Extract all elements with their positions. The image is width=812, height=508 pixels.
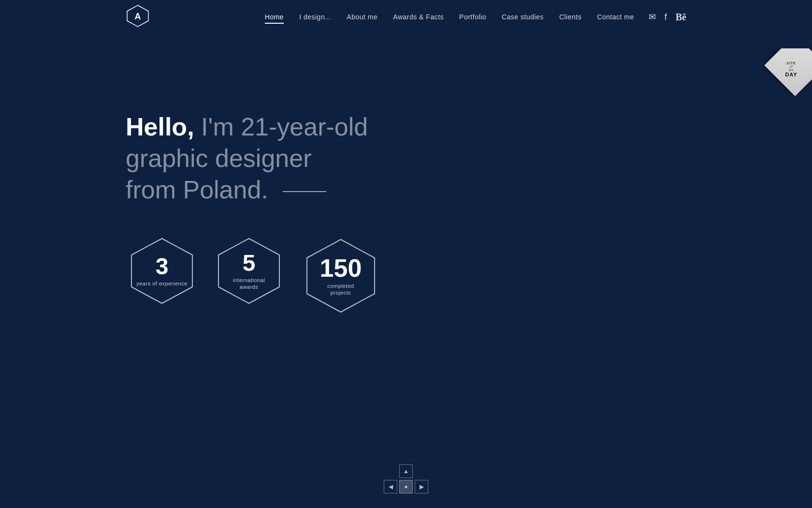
- badge-of-label: of: [790, 65, 793, 68]
- main-nav: Home I design... About me Awards & Facts…: [265, 13, 634, 21]
- stat-awards-label: international awards: [233, 277, 265, 291]
- nav-awards[interactable]: Awards & Facts: [393, 13, 444, 21]
- social-icons: ✉ f Bē: [649, 12, 686, 23]
- nav-contact[interactable]: Contact me: [597, 13, 634, 21]
- stat-years-label: years of experience: [136, 280, 188, 287]
- stat-years: 3 years of experience: [126, 235, 198, 307]
- stats-section: 3 years of experience 5 international aw…: [126, 235, 440, 317]
- stat-awards: 5 international awards: [213, 235, 285, 307]
- badge-the-label: the: [789, 68, 794, 72]
- stat-projects-label: completed projects: [327, 283, 354, 297]
- site-of-the-day-badge[interactable]: SITE of the DAY: [764, 48, 812, 97]
- bottom-nav-right[interactable]: ▶: [415, 480, 428, 493]
- nav-home[interactable]: Home: [265, 13, 284, 21]
- logo[interactable]: A: [126, 4, 150, 30]
- main-content: Hello, I'm 21-year-old graphic designerf…: [126, 111, 440, 317]
- badge-day-label: DAY: [785, 72, 797, 77]
- stat-projects-number: 150: [320, 255, 362, 281]
- nav-clients[interactable]: Clients: [559, 13, 581, 21]
- email-icon[interactable]: ✉: [649, 12, 656, 22]
- stat-years-number: 3: [156, 255, 169, 278]
- stat-awards-content: 5 international awards: [233, 252, 265, 291]
- stat-projects: 150 completed projects: [300, 235, 382, 317]
- headline-divider: [283, 191, 326, 192]
- hero-headline: Hello, I'm 21-year-old graphic designerf…: [126, 111, 440, 206]
- nav-idesign[interactable]: I design...: [299, 13, 331, 21]
- bottom-nav-center[interactable]: ●: [399, 480, 413, 493]
- behance-icon[interactable]: Bē: [676, 12, 686, 23]
- header: A Home I design... About me Awards & Fac…: [0, 0, 812, 34]
- facebook-icon[interactable]: f: [665, 12, 667, 22]
- stat-awards-number: 5: [243, 252, 256, 275]
- bottom-nav-row: ◀ ● ▶: [384, 480, 428, 493]
- bottom-nav: ▲ ◀ ● ▶: [384, 464, 428, 493]
- bottom-nav-up[interactable]: ▲: [399, 464, 413, 478]
- bottom-nav-left[interactable]: ◀: [384, 480, 397, 493]
- stat-projects-content: 150 completed projects: [320, 255, 362, 297]
- nav-portfolio[interactable]: Portfolio: [459, 13, 486, 21]
- nav-case-studies[interactable]: Case studies: [502, 13, 544, 21]
- stat-years-content: 3 years of experience: [136, 255, 188, 287]
- hero-hello: Hello,: [126, 113, 194, 141]
- badge-site-label: SITE: [786, 61, 796, 65]
- nav-about[interactable]: About me: [347, 13, 377, 21]
- svg-text:A: A: [135, 12, 141, 21]
